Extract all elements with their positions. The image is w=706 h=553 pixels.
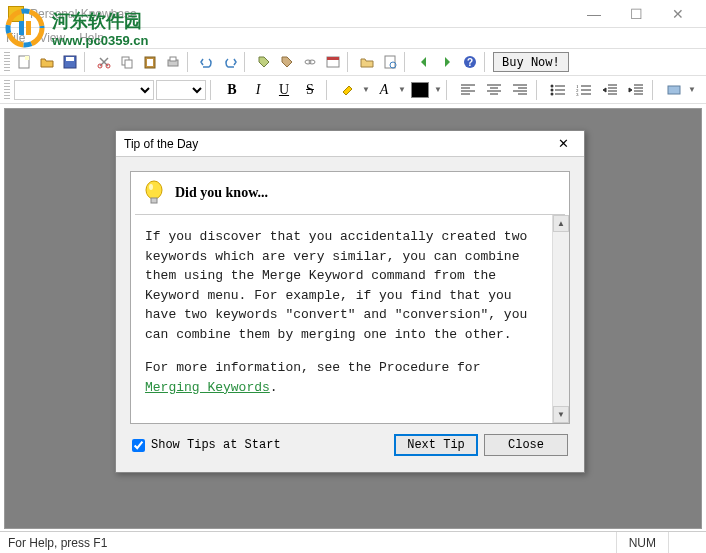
bold-button[interactable]: B bbox=[220, 79, 244, 101]
indent-button[interactable] bbox=[624, 79, 648, 101]
show-tips-checkbox-input[interactable] bbox=[132, 439, 145, 452]
window-close-button[interactable]: ✕ bbox=[658, 2, 698, 26]
font-family-select[interactable] bbox=[14, 80, 154, 100]
number-list-button[interactable]: 123 bbox=[572, 79, 596, 101]
copy-button[interactable] bbox=[116, 51, 138, 73]
toolbar-grip[interactable] bbox=[4, 52, 10, 72]
align-right-button[interactable] bbox=[508, 79, 532, 101]
back-button[interactable] bbox=[413, 51, 435, 73]
help-button[interactable]: ? bbox=[459, 51, 481, 73]
app-icon bbox=[8, 6, 24, 22]
insert-button[interactable] bbox=[662, 79, 686, 101]
svg-point-17 bbox=[309, 60, 315, 64]
redo-button[interactable] bbox=[219, 51, 241, 73]
toolbar-grip[interactable] bbox=[4, 80, 10, 100]
tip-scrollbar[interactable]: ▲ ▼ bbox=[552, 215, 569, 423]
font-color-dropdown-icon[interactable]: ▼ bbox=[398, 85, 406, 94]
print-button[interactable] bbox=[162, 51, 184, 73]
paste-button[interactable] bbox=[139, 51, 161, 73]
window-title: Personal Knowbase bbox=[30, 7, 574, 21]
tag2-button[interactable] bbox=[276, 51, 298, 73]
properties-button[interactable] bbox=[379, 51, 401, 73]
undo-button[interactable] bbox=[196, 51, 218, 73]
save-button[interactable] bbox=[59, 51, 81, 73]
tip-more-info: For more information, see the Procedure … bbox=[145, 358, 538, 397]
menu-file[interactable]: File bbox=[6, 31, 25, 45]
font-size-select[interactable] bbox=[156, 80, 206, 100]
status-help-text: For Help, press F1 bbox=[8, 536, 107, 550]
svg-point-25 bbox=[551, 88, 554, 91]
maximize-button[interactable]: ☐ bbox=[616, 2, 656, 26]
italic-button[interactable]: I bbox=[246, 79, 270, 101]
svg-point-26 bbox=[551, 92, 554, 95]
svg-rect-19 bbox=[327, 57, 339, 60]
folder-button[interactable] bbox=[356, 51, 378, 73]
svg-rect-5 bbox=[25, 56, 29, 60]
menu-help[interactable]: Help bbox=[79, 31, 104, 45]
main-toolbar: ? Buy Now! bbox=[0, 48, 706, 76]
tip-body-text: If you discover that you accidentally cr… bbox=[145, 227, 538, 344]
dialog-title: Tip of the Day bbox=[124, 137, 550, 151]
bullet-list-button[interactable] bbox=[546, 79, 570, 101]
strikethrough-button[interactable]: S bbox=[298, 79, 322, 101]
minimize-button[interactable]: — bbox=[574, 2, 614, 26]
underline-button[interactable]: U bbox=[272, 79, 296, 101]
svg-point-31 bbox=[146, 181, 162, 199]
fill-color-dropdown-icon[interactable]: ▼ bbox=[434, 85, 442, 94]
fill-color-button[interactable] bbox=[408, 79, 432, 101]
status-num: NUM bbox=[616, 532, 668, 553]
svg-text:3: 3 bbox=[576, 92, 579, 97]
link-button[interactable] bbox=[299, 51, 321, 73]
tip-of-day-dialog: Tip of the Day ✕ Did you know... If you … bbox=[115, 130, 585, 473]
scroll-down-icon[interactable]: ▼ bbox=[553, 406, 569, 423]
dialog-titlebar[interactable]: Tip of the Day ✕ bbox=[116, 131, 584, 157]
svg-point-32 bbox=[149, 184, 153, 190]
align-left-button[interactable] bbox=[456, 79, 480, 101]
svg-rect-13 bbox=[147, 59, 153, 66]
lightbulb-icon bbox=[143, 180, 165, 206]
show-tips-label: Show Tips at Start bbox=[151, 438, 281, 452]
highlight-dropdown-icon[interactable]: ▼ bbox=[362, 85, 370, 94]
dialog-close-button[interactable]: ✕ bbox=[550, 134, 576, 154]
format-toolbar: B I U S ▼ A ▼ ▼ 123 ▼ bbox=[0, 76, 706, 104]
open-button[interactable] bbox=[36, 51, 58, 73]
highlight-button[interactable] bbox=[336, 79, 360, 101]
menu-bar: File View Help bbox=[0, 28, 706, 48]
align-center-button[interactable] bbox=[482, 79, 506, 101]
merging-keywords-link[interactable]: Merging Keywords bbox=[145, 380, 270, 395]
status-empty bbox=[668, 532, 698, 553]
buy-now-button[interactable]: Buy Now! bbox=[493, 52, 569, 72]
calendar-button[interactable] bbox=[322, 51, 344, 73]
forward-button[interactable] bbox=[436, 51, 458, 73]
outdent-button[interactable] bbox=[598, 79, 622, 101]
svg-rect-11 bbox=[125, 60, 132, 68]
close-button[interactable]: Close bbox=[484, 434, 568, 456]
new-button[interactable] bbox=[13, 51, 35, 73]
tag-button[interactable] bbox=[253, 51, 275, 73]
svg-rect-7 bbox=[66, 57, 74, 61]
title-bar: Personal Knowbase — ☐ ✕ bbox=[0, 0, 706, 28]
scroll-up-icon[interactable]: ▲ bbox=[553, 215, 569, 232]
svg-point-24 bbox=[551, 84, 554, 87]
show-tips-checkbox[interactable]: Show Tips at Start bbox=[132, 438, 281, 452]
cut-button[interactable] bbox=[93, 51, 115, 73]
font-color-button[interactable]: A bbox=[372, 79, 396, 101]
status-bar: For Help, press F1 NUM bbox=[0, 531, 706, 553]
next-tip-button[interactable]: Next Tip bbox=[394, 434, 478, 456]
menu-view[interactable]: View bbox=[39, 31, 65, 45]
svg-rect-33 bbox=[151, 198, 157, 203]
tip-heading: Did you know... bbox=[175, 185, 268, 201]
svg-rect-15 bbox=[170, 57, 176, 61]
svg-text:?: ? bbox=[467, 57, 473, 68]
tip-content: If you discover that you accidentally cr… bbox=[131, 215, 552, 423]
insert-dropdown-icon[interactable]: ▼ bbox=[688, 85, 696, 94]
svg-rect-30 bbox=[668, 86, 680, 94]
